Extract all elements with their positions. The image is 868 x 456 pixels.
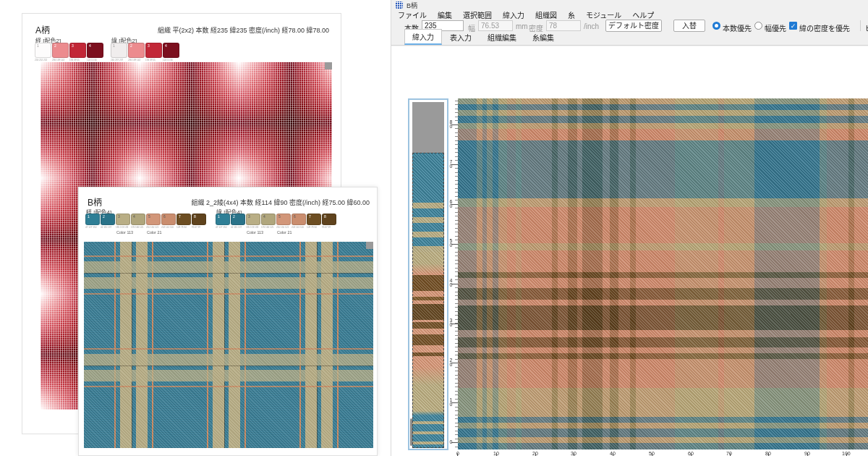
menu-file[interactable]: ファイル [398, 9, 427, 20]
color-swatch[interactable]: 5210 150 121Color 21 [276, 214, 291, 235]
vruler-label-40: 40 [448, 278, 454, 287]
title-bar[interactable]: B柄 [391, 0, 868, 10]
color-swatch[interactable]: 4176 166 125 [131, 214, 145, 235]
menu-help[interactable]: ヘルプ [632, 9, 654, 20]
app-icon [396, 1, 403, 9]
hruler-label-80: 80 [765, 451, 771, 456]
color-swatch[interactable]: 4176 166 125 [261, 214, 276, 235]
pattern-b-corner-fill [366, 242, 373, 249]
weft-color-strip[interactable] [408, 98, 448, 450]
tab-weft-input[interactable]: 緯入力 [404, 29, 442, 45]
vruler-label-60: 60 [448, 199, 454, 208]
menu-edit[interactable]: 編集 [438, 9, 452, 20]
inch-unit-label: /inch [584, 22, 599, 30]
tab-bar: 緯入力 表入力 組織編集 糸編集 [391, 33, 868, 46]
tab-weave-edit[interactable]: 組織編集 [480, 30, 524, 45]
pattern-b-weave-info: 組織 2_2綾(4x4) 本数 経114 緯90 密度(/inch) 経75.0… [192, 198, 370, 207]
tab-yarn-edit[interactable]: 糸編集 [524, 30, 562, 45]
swap-button[interactable]: 入替 [673, 20, 705, 32]
hruler-label-50: 50 [649, 451, 655, 456]
fabric-canvas[interactable] [458, 98, 868, 449]
vruler-label-20: 20 [448, 358, 454, 366]
color-swatch[interactable]: 6202 141 110 [161, 214, 176, 235]
vruler-label-80: 80 [448, 119, 454, 128]
hruler-label-70: 70 [726, 451, 732, 456]
color-swatch[interactable]: 147 127 150 [216, 214, 230, 235]
pixel-zoom-label: ピクセル拡大率 [865, 22, 868, 33]
menu-weave-diagram[interactable]: 組織図 [535, 9, 557, 20]
color-swatch[interactable]: 3185 174 133Color 113 [116, 214, 130, 235]
main-app-window: B柄 ファイル 編集 選択範囲 緯入力 組織図 糸 モジュール ヘルプ 本数 幅… [391, 0, 868, 456]
color-swatch[interactable]: 147 127 150 [85, 214, 100, 235]
hruler-label-30: 30 [571, 451, 576, 456]
canvas-twill-texture [458, 98, 868, 449]
weft-density-checkbox-label: 緯の密度を優先 [799, 22, 850, 33]
desktop: A柄 組織 平(2x2) 本数 経235 緯235 密度(/inch) 経78.… [0, 0, 868, 456]
horizontal-ruler: 0 10 20 30 40 50 60 70 80 90 100 [448, 451, 868, 456]
default-density-button[interactable]: デフォルト密度 [605, 20, 662, 32]
pattern-a-weave-info: 組織 平(2x2) 本数 経235 緯235 密度(/inch) 経78.00 … [158, 25, 329, 35]
hruler-label-100: 100 [842, 451, 851, 456]
color-swatch[interactable]: 7109 78 34 [176, 214, 191, 235]
pattern-b-weave-texture [84, 242, 373, 448]
weft-strip-scrollbar[interactable] [410, 418, 412, 446]
pattern-b-title: B柄 [88, 195, 102, 208]
width-priority-label: 幅優先 [765, 22, 786, 33]
pattern-a-corner-fill [325, 62, 332, 69]
vruler-label-0: 0 [448, 439, 454, 444]
hruler-label-10: 10 [493, 451, 499, 456]
hruler-label-20: 20 [532, 451, 538, 456]
hruler-label-0: 0 [456, 451, 459, 456]
vertical-ruler: 80 70 60 50 40 30 20 10 0 [448, 98, 458, 450]
menu-module[interactable]: モジュール [586, 9, 621, 20]
pattern-b-fabric-preview [84, 242, 373, 448]
color-swatch[interactable]: 242 115 137 [101, 214, 115, 235]
vruler-label-50: 50 [448, 238, 454, 247]
color-swatch[interactable]: 5210 150 121Color 21 [146, 214, 161, 235]
weft-density-checkbox[interactable]: ✓ [789, 22, 797, 30]
editor-content: 80 70 60 50 40 30 20 10 0 0 10 20 30 [391, 46, 868, 456]
toolbar-separator [860, 20, 861, 31]
color-swatch[interactable]: 242 115 137 [231, 214, 245, 235]
color-swatch[interactable]: 3185 174 133Color 113 [246, 214, 260, 235]
weft-strip-empty-area [412, 102, 444, 153]
menu-yarn[interactable]: 糸 [568, 9, 575, 20]
vruler-label-30: 30 [448, 318, 454, 326]
tab-table-input[interactable]: 表入力 [442, 30, 480, 45]
width-priority-radio[interactable] [754, 22, 762, 30]
menu-weft-input[interactable]: 緯入力 [503, 9, 524, 20]
pattern-b-window[interactable]: B柄 組織 2_2綾(4x4) 本数 経114 緯90 密度(/inch) 経7… [78, 187, 378, 456]
color-swatch[interactable]: 6202 141 110 [292, 214, 306, 235]
count-priority-radio[interactable] [712, 22, 720, 30]
weft-strip-pattern[interactable] [412, 153, 444, 448]
vruler-label-70: 70 [448, 159, 454, 168]
pattern-b-warp-swatches: 147 127 150242 115 1373185 174 133Color … [85, 214, 206, 235]
color-swatch[interactable]: 7109 78 34 [307, 214, 321, 235]
menu-bar: ファイル 編集 選択範囲 緯入力 組織図 糸 モジュール ヘルプ [391, 10, 868, 20]
vruler-label-10: 10 [448, 397, 454, 406]
count-priority-label: 本数優先 [723, 22, 752, 33]
color-swatch[interactable]: 895 67 29 [192, 214, 206, 235]
hruler-label-40: 40 [610, 451, 616, 456]
hruler-label-90: 90 [804, 451, 810, 456]
hruler-label-60: 60 [688, 451, 694, 456]
color-swatch[interactable]: 895 67 29 [322, 214, 336, 235]
weft-strip-texture [413, 153, 443, 447]
pattern-b-weft-swatches: 147 127 150242 115 1373185 174 133Color … [216, 214, 336, 235]
pattern-a-title: A柄 [35, 23, 50, 35]
menu-selection[interactable]: 選択範囲 [463, 9, 492, 20]
